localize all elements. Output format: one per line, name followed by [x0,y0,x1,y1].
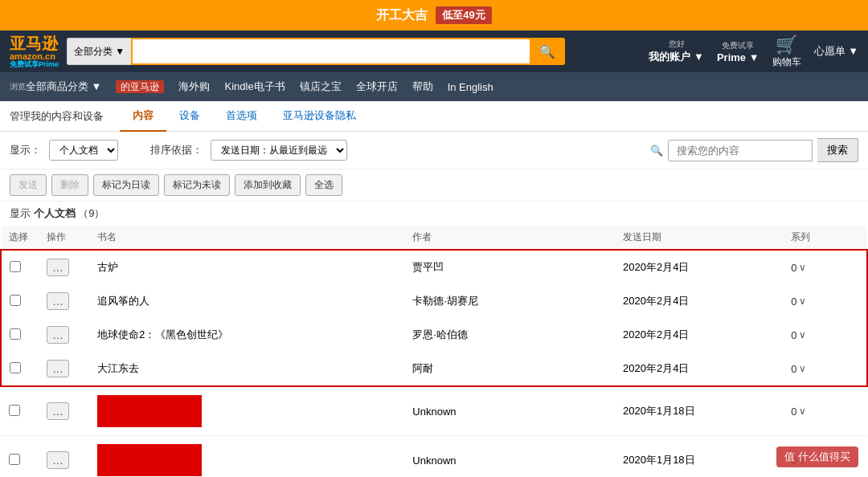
count-number: 9 [88,207,94,219]
mark-unread-button[interactable]: 标记为未读 [164,174,230,196]
top-banner: 开工大吉 低至49元 [0,0,868,31]
row-title: 追风筝的人 [89,284,404,318]
row-date: 2020年1月18日 [615,436,783,478]
subnav-title: 管理我的内容和设备 [10,109,120,124]
row-title: 大江东去 [89,352,404,386]
row-date: 2020年2月4日 [615,318,783,352]
nav-english[interactable]: In English [448,81,493,93]
row-series: 0 ∨ [791,363,858,375]
header: 亚马逊 amazon.cn 免费试享Prime 全部分类 ▼ 🔍 您好 我的账户… [0,31,868,72]
col-header-date: 发送日期 [615,226,783,250]
prime-button[interactable]: 免费试享 Prime ▼ [717,40,760,63]
row-action-button[interactable]: … [47,451,69,469]
row-action-button[interactable]: … [47,402,69,420]
filter-row: 显示： 个人文档 排序依据： 发送日期：从最近到最远 🔍 搜索 [0,132,868,169]
table-row: … 大江东去 阿耐 2020年2月4日 0 ∨ [1,352,867,386]
count-prefix: 显示 [10,207,31,219]
watermark: 值 什么值得买 [776,446,858,467]
action-row: 发送 删除 标记为日读 标记为未读 添加到收藏 全选 [0,169,868,202]
search-input[interactable] [131,38,530,65]
nav-global[interactable]: 全球开店 [356,80,398,94]
content-table: 选择 操作 书名 作者 发送日期 系列 … 古炉 贾平凹 2020年2月4日 0… [0,226,868,477]
table-row: … 古炉 贾平凹 2020年2月4日 0 ∨ [1,250,867,284]
banner-promo: 低至49元 [436,6,491,24]
row-date: 2020年1月18日 [615,386,783,436]
nav-help[interactable]: 帮助 [412,80,433,94]
sort-select[interactable]: 发送日期：从最近到最远 [211,140,347,161]
row-author: Unknown [404,436,615,478]
row-date: 2020年2月4日 [615,352,783,386]
table-row: … Unknown 2020年1月18日 0 ∨ [1,386,867,436]
row-action-button[interactable]: … [47,360,69,377]
table-row: … Unknown 2020年1月18日 0 ∨ [1,436,867,478]
row-series: 0 ∨ [791,296,858,308]
col-header-title: 书名 [89,226,404,250]
row-action-button[interactable]: … [47,292,69,310]
row-title [89,386,404,436]
account-label: 您好 [669,39,685,50]
banner-text: 开工大吉 [376,7,428,24]
row-title [89,436,404,478]
select-all-button[interactable]: 全选 [305,174,342,196]
row-author: Unknown [404,386,615,436]
browse-main: 全部商品分类 ▼ [26,80,101,94]
tab-content[interactable]: 内容 [120,101,166,132]
row-checkbox[interactable] [10,328,21,340]
col-header-series: 系列 [783,226,867,250]
tab-devices[interactable]: 设备 [166,101,213,132]
mark-daily-button[interactable]: 标记为日读 [93,174,159,196]
row-checkbox[interactable] [9,405,20,416]
header-right: 您好 我的账户 ▼ 免费试享 Prime ▼ 🛒 购物车 心愿单 ▼ [649,35,858,69]
row-checkbox[interactable] [9,454,20,465]
wishlist-label: 心愿单 ▼ [814,44,858,59]
send-button[interactable]: 发送 [10,174,47,196]
logo-prime: 免费试享Prime [10,61,59,68]
row-checkbox[interactable] [10,295,21,306]
nav-kindle[interactable]: Kindle电子书 [224,80,285,94]
tab-privacy[interactable]: 亚马逊设备隐私 [270,101,369,132]
col-header-select: 选择 [1,226,39,250]
nav-amazon[interactable]: 的亚马逊 [116,80,164,94]
restore-button[interactable]: 添加到收藏 [235,174,301,196]
search-content-button[interactable]: 搜索 [817,138,858,162]
search-bar: 全部分类 ▼ 🔍 [67,38,565,65]
filter-right: 🔍 搜索 [650,138,858,162]
row-checkbox[interactable] [10,362,21,373]
col-header-action: 操作 [39,226,89,250]
table-body: … 古炉 贾平凹 2020年2月4日 0 ∨ … 追风筝的人 卡勒德·胡赛尼 2… [1,250,867,477]
show-label: 显示： [10,143,41,157]
row-action-button[interactable]: … [47,326,69,344]
cart-button[interactable]: 🛒 购物车 [772,35,801,69]
table-row: … 追风筝的人 卡勒德·胡赛尼 2020年2月4日 0 ∨ [1,284,867,318]
tab-preferences[interactable]: 首选项 [213,101,270,132]
logo[interactable]: 亚马逊 amazon.cn 免费试享Prime [10,35,59,68]
browse-sub: 浏览 [10,81,26,92]
category-dropdown[interactable]: 全部分类 ▼ [67,38,131,65]
table-header: 选择 操作 书名 作者 发送日期 系列 [1,226,867,250]
cart-label: 购物车 [772,55,801,69]
search-content-input[interactable] [668,140,813,161]
row-date: 2020年2月4日 [615,284,783,318]
subnav: 管理我的内容和设备 内容 设备 首选项 亚马逊设备隐私 [0,101,868,132]
wishlist-button[interactable]: 心愿单 ▼ [814,44,858,59]
row-action-button[interactable]: … [47,259,69,276]
prime-label: 免费试享 [722,40,754,51]
nav-treasure[interactable]: 镇店之宝 [300,80,342,94]
delete-button[interactable]: 删除 [51,174,88,196]
row-author: 贾平凹 [404,250,615,284]
search-button[interactable]: 🔍 [530,38,565,65]
red-image-block [97,395,202,427]
row-title: 地球使命2：《黑色创世纪》 [89,318,404,352]
red-image-block [97,444,202,476]
row-author: 罗恩·哈伯德 [404,318,615,352]
nav-overseas[interactable]: 海外购 [178,80,210,94]
row-author: 阿耐 [404,352,615,386]
browse-all[interactable]: 浏览 全部商品分类 ▼ [10,80,101,94]
show-select[interactable]: 个人文档 [49,140,118,161]
prime-main: Prime ▼ [717,51,760,63]
row-checkbox[interactable] [10,261,21,272]
account-button[interactable]: 您好 我的账户 ▼ [649,39,703,64]
account-main: 我的账户 ▼ [649,50,703,64]
row-series: 0 ∨ [791,262,858,274]
sort-label: 排序依据： [150,143,203,157]
